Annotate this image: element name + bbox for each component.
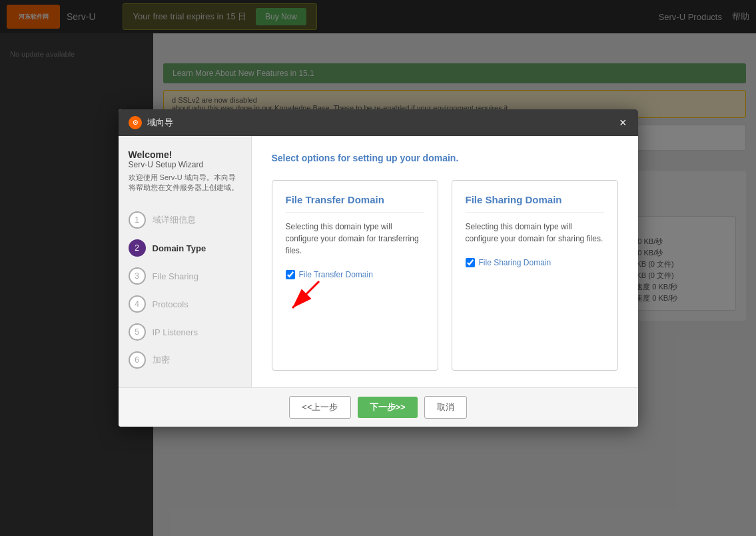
step-label-6: 加密 bbox=[153, 354, 170, 366]
welcome-title: Welcome! bbox=[129, 149, 241, 160]
file-sharing-card-title: File Sharing Domain bbox=[466, 194, 604, 213]
modal-overlay: ⊙ 域向导 × Welcome! Serv-U Setup Wizard 欢迎使… bbox=[0, 0, 756, 536]
wizard-modal: ⊙ 域向导 × Welcome! Serv-U Setup Wizard 欢迎使… bbox=[119, 109, 638, 427]
file-transfer-card: File Transfer Domain Selecting this doma… bbox=[272, 180, 438, 371]
step-circle-2: 2 bbox=[129, 239, 146, 257]
wizard-welcome: Welcome! Serv-U Setup Wizard 欢迎使用 Serv-U… bbox=[129, 149, 241, 193]
file-transfer-checkbox[interactable] bbox=[286, 270, 295, 279]
step-circle-3: 3 bbox=[129, 267, 146, 285]
wizard-instruction: Select options for setting up your domai… bbox=[272, 153, 618, 163]
modal-header: ⊙ 域向导 × bbox=[119, 109, 638, 136]
step-label-1: 域详细信息 bbox=[153, 214, 196, 226]
next-button[interactable]: 下一步>> bbox=[358, 397, 418, 418]
cancel-button[interactable]: 取消 bbox=[424, 396, 467, 419]
step-label-3: File Sharing bbox=[153, 271, 198, 281]
domain-options: File Transfer Domain Selecting this doma… bbox=[272, 180, 618, 371]
file-transfer-card-desc: Selecting this domain type will configur… bbox=[286, 221, 424, 257]
step-label-2: Domain Type bbox=[153, 243, 206, 253]
welcome-subtitle: Serv-U Setup Wizard bbox=[129, 160, 241, 169]
wizard-step-4[interactable]: 4 Protocols bbox=[129, 290, 241, 318]
file-sharing-card: File Sharing Domain Selecting this domai… bbox=[452, 180, 618, 371]
wizard-step-6[interactable]: 6 加密 bbox=[129, 346, 241, 374]
arrow-annotation bbox=[279, 275, 332, 330]
wizard-step-3[interactable]: 3 File Sharing bbox=[129, 262, 241, 290]
file-sharing-card-desc: Selecting this domain type will configur… bbox=[466, 221, 604, 245]
modal-body: Welcome! Serv-U Setup Wizard 欢迎使用 Serv-U… bbox=[119, 136, 638, 388]
file-sharing-checkbox-wrapper: File Sharing Domain bbox=[466, 258, 604, 267]
wizard-steps: 1 域详细信息 2 Domain Type 3 File Sharing 4 P… bbox=[129, 206, 241, 374]
file-transfer-checkbox-label[interactable]: File Transfer Domain bbox=[299, 270, 373, 279]
step-label-5: IP Listeners bbox=[153, 327, 198, 337]
wizard-step-2[interactable]: 2 Domain Type bbox=[129, 234, 241, 262]
wizard-nav: Welcome! Serv-U Setup Wizard 欢迎使用 Serv-U… bbox=[119, 136, 252, 388]
modal-title: 域向导 bbox=[147, 117, 613, 129]
file-transfer-card-title: File Transfer Domain bbox=[286, 194, 424, 213]
modal-icon: ⊙ bbox=[129, 116, 142, 129]
step-circle-5: 5 bbox=[129, 323, 146, 341]
wizard-step-5[interactable]: 5 IP Listeners bbox=[129, 318, 241, 346]
modal-close-button[interactable]: × bbox=[618, 117, 628, 129]
file-sharing-checkbox[interactable] bbox=[466, 258, 475, 267]
svg-line-0 bbox=[292, 281, 319, 308]
file-sharing-checkbox-label[interactable]: File Sharing Domain bbox=[479, 258, 552, 267]
wizard-step-1[interactable]: 1 域详细信息 bbox=[129, 206, 241, 234]
welcome-desc: 欢迎使用 Serv-U 域向导。本向导将帮助您在文件服务器上创建域。 bbox=[129, 173, 241, 193]
step-label-4: Protocols bbox=[153, 299, 189, 309]
file-transfer-checkbox-wrapper: File Transfer Domain bbox=[286, 270, 424, 279]
step-circle-4: 4 bbox=[129, 295, 146, 313]
step-circle-1: 1 bbox=[129, 211, 146, 229]
wizard-main-content: Select options for setting up your domai… bbox=[252, 136, 638, 388]
modal-footer: <<上一步 下一步>> 取消 bbox=[119, 387, 638, 427]
prev-button[interactable]: <<上一步 bbox=[289, 396, 350, 419]
step-circle-6: 6 bbox=[129, 351, 146, 369]
